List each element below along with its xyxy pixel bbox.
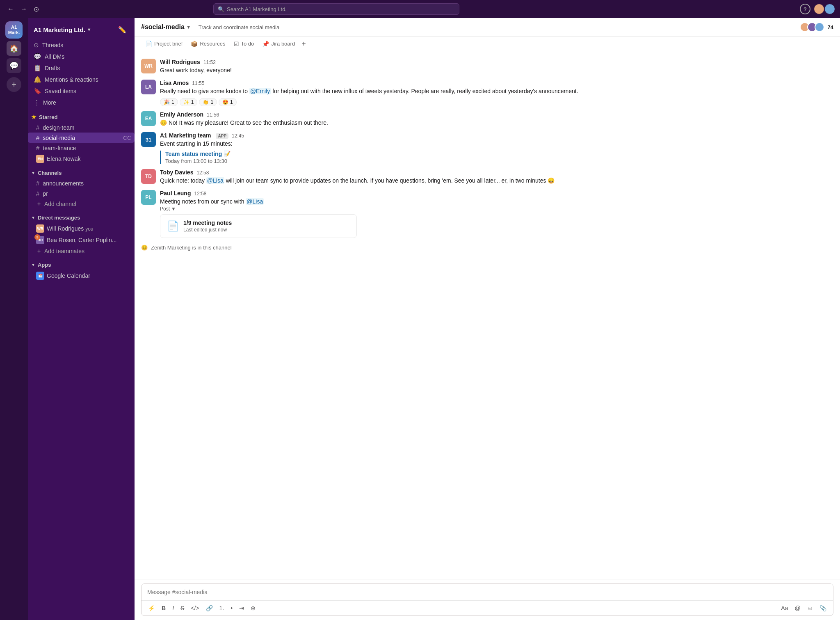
message-author[interactable]: Emily Anderson xyxy=(160,111,203,118)
lightning-button[interactable]: ⚡ xyxy=(146,603,158,613)
post-label: Post ▼ xyxy=(160,206,833,212)
add-workspace-button[interactable]: + xyxy=(7,77,21,92)
channels-label: Channels xyxy=(38,170,62,176)
message-author[interactable]: Will Rodrigues xyxy=(160,59,200,65)
dm-icon[interactable]: 💬 xyxy=(7,58,21,73)
zenith-notice: 😊 Zenith Marketing is in this channel xyxy=(141,241,833,254)
search-icon: 🔍 xyxy=(218,6,224,12)
history-button[interactable]: ⊙ xyxy=(31,4,41,15)
event-title[interactable]: Team status meeting 📝 xyxy=(165,151,833,157)
message-author[interactable]: Toby Davies xyxy=(160,169,193,176)
star-icon: ★ xyxy=(31,114,37,120)
back-button[interactable]: ← xyxy=(5,4,16,14)
attach-file-button[interactable]: 📎 xyxy=(817,603,829,613)
header-right: 74 xyxy=(800,22,833,32)
tab-to-do[interactable]: ☑ To do xyxy=(230,37,258,51)
mentions-icon: 🔔 xyxy=(34,76,41,83)
sidebar-item-mentions[interactable]: 🔔 Mentions & reactions xyxy=(30,74,132,85)
text-format-button[interactable]: Aa xyxy=(778,603,790,613)
reaction-heart-eyes[interactable]: 😍1 xyxy=(219,98,237,106)
add-tab-button[interactable]: + xyxy=(299,37,308,52)
mention-lisa-2[interactable]: @Lisa xyxy=(246,198,264,205)
resources-icon: 📦 xyxy=(191,41,198,47)
dm-elena[interactable]: EN Elena Nowak xyxy=(28,153,135,165)
message-text: Event starting in 15 minutes: xyxy=(160,140,833,148)
member-avatars[interactable] xyxy=(800,22,824,32)
sidebar-item-more[interactable]: ⋮ More xyxy=(30,97,132,108)
sidebar-item-label: Saved items xyxy=(45,88,76,94)
channels-header[interactable]: ▼ Channels xyxy=(28,168,135,178)
message-author[interactable]: Paul Leung xyxy=(160,190,191,197)
workspace-icon[interactable]: A1 Mark. xyxy=(5,21,23,39)
reaction-clap[interactable]: 👏1 xyxy=(199,98,217,106)
sidebar-item-drafts[interactable]: 📋 Drafts xyxy=(30,62,132,74)
hash-icon: # xyxy=(36,144,39,151)
message-text: Great work today, everyone! xyxy=(160,66,833,75)
indent-button[interactable]: ⇥ xyxy=(237,603,247,613)
search-bar[interactable]: 🔍 Search A1 Marketing Ltd. xyxy=(213,3,459,15)
mention-lisa[interactable]: @Lisa xyxy=(206,177,224,184)
tab-jira-board[interactable]: 📌 Jira board xyxy=(258,37,299,51)
emoji-prefix: 😊 xyxy=(160,119,169,126)
channel-name: design-team xyxy=(43,124,74,131)
forward-button[interactable]: → xyxy=(18,4,30,14)
reaction-count: 1 xyxy=(230,99,233,105)
apps-header[interactable]: ▼ Apps xyxy=(28,260,135,270)
strikethrough-button[interactable]: S xyxy=(178,603,187,613)
attach-button[interactable]: ⊕ xyxy=(248,603,258,613)
messages-list: WR Will Rodrigues 11:52 Great work today… xyxy=(135,52,840,579)
sidebar: A1 Marketing Ltd. ▼ ✏️ ⊙ Threads 💬 All D… xyxy=(28,18,135,620)
app-google-calendar[interactable]: 📅 Google Calendar xyxy=(28,270,135,281)
help-button[interactable]: ? xyxy=(800,4,810,14)
tab-project-brief[interactable]: 📄 Project brief xyxy=(141,37,187,51)
channel-social-media[interactable]: # social-media ⬡⬡ xyxy=(28,133,135,143)
message-author[interactable]: A1 Marketing team xyxy=(160,132,211,139)
add-channel-button[interactable]: ＋ Add channel xyxy=(28,199,135,209)
dm-badge: 3 xyxy=(34,234,40,240)
italic-button[interactable]: I xyxy=(170,603,176,613)
dm-bea-carter[interactable]: 3 BC Bea Rosen, Carter Poplin... xyxy=(28,234,135,246)
channel-pr[interactable]: # pr xyxy=(28,188,135,199)
todo-icon: ☑ xyxy=(234,41,239,47)
message-author[interactable]: Lisa Amos xyxy=(160,80,189,86)
channel-title[interactable]: #social-media ▼ xyxy=(141,23,191,31)
sidebar-item-saved[interactable]: 🔖 Saved items xyxy=(30,85,132,97)
link-button[interactable]: 🔗 xyxy=(203,603,215,613)
channel-name: announcements xyxy=(43,180,84,187)
sidebar-item-label: More xyxy=(43,99,56,106)
chevron-down-icon: ▼ xyxy=(186,24,191,30)
unordered-list-button[interactable]: • xyxy=(228,603,235,613)
ordered-list-button[interactable]: 1. xyxy=(217,603,227,613)
edit-button[interactable]: ✏️ xyxy=(116,23,129,36)
home-icon[interactable]: 🏠 xyxy=(7,41,21,56)
sidebar-item-all-dms[interactable]: 💬 All DMs xyxy=(30,51,132,62)
mention-button[interactable]: @ xyxy=(792,603,803,613)
apps-label: Apps xyxy=(38,262,51,268)
message-input[interactable] xyxy=(142,584,833,600)
code-button[interactable]: </> xyxy=(188,603,201,613)
sidebar-item-threads[interactable]: ⊙ Threads xyxy=(30,39,132,51)
reaction-party[interactable]: 🎉1 xyxy=(160,98,178,106)
post-card[interactable]: 📄 1/9 meeting notes Last edited just now xyxy=(160,214,357,238)
channel-announcements[interactable]: # announcements xyxy=(28,178,135,188)
tab-label: Resources xyxy=(200,41,225,47)
channel-team-finance[interactable]: # team-finance xyxy=(28,143,135,153)
reaction-emoji: 🎉 xyxy=(164,99,170,105)
tab-resources[interactable]: 📦 Resources xyxy=(187,37,229,51)
user-avatars xyxy=(814,4,835,14)
channel-description: Track and coordinate social media xyxy=(199,24,280,30)
workspace-name[interactable]: A1 Marketing Ltd. ▼ xyxy=(34,26,91,33)
message-1: WR Will Rodrigues 11:52 Great work today… xyxy=(141,57,833,76)
mention-emily[interactable]: @Emily xyxy=(249,88,271,94)
channel-design-team[interactable]: # design-team xyxy=(28,122,135,133)
channels-section: ▼ Channels # announcements # pr ＋ Add ch… xyxy=(28,168,135,209)
add-teammates-button[interactable]: ＋ Add teammates xyxy=(28,246,135,256)
reaction-sparkles[interactable]: ✨1 xyxy=(180,98,198,106)
bold-button[interactable]: B xyxy=(159,603,168,613)
dm-will[interactable]: WR Will Rodrigues you xyxy=(28,223,135,234)
dm-label: Direct messages xyxy=(38,215,80,221)
avatar: WR xyxy=(141,59,156,73)
member-count[interactable]: 74 xyxy=(828,24,833,30)
emoji-button[interactable]: ☺ xyxy=(805,603,815,613)
dm-header[interactable]: ▼ Direct messages xyxy=(28,213,135,223)
